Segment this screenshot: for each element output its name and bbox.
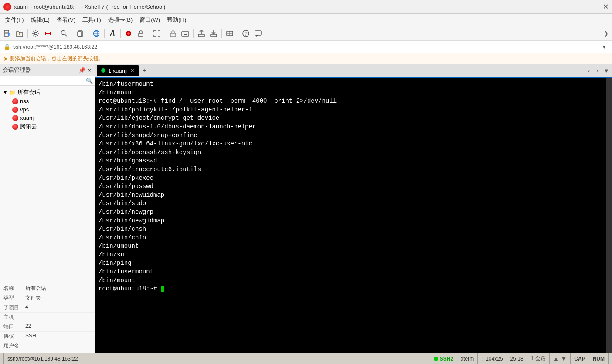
svg-rect-22 — [170, 33, 176, 37]
status-num-item: NUM — [589, 353, 609, 364]
status-size-icon: ↕ — [481, 356, 484, 362]
app-window: xuanji - root@ubuntu18: ~ - Xshell 7 (Fr… — [0, 0, 612, 364]
address-url: ssh://root:******@161.189.48.163:22 — [13, 44, 97, 50]
info-row-children: 子项目 4 — [0, 303, 95, 313]
status-term-label: xterm — [461, 356, 474, 362]
tab-xuanji[interactable]: 1 xuanji ✕ — [97, 65, 139, 76]
tab-label: 1 xuanji — [108, 67, 128, 74]
info-value-children: 4 — [25, 304, 28, 311]
tb-settings[interactable] — [30, 28, 41, 39]
tb-sep-6 — [120, 29, 121, 38]
tab-prev-button[interactable]: ‹ — [585, 67, 593, 74]
info-label-name: 名称 — [3, 285, 25, 292]
scroll-down-button[interactable]: ▼ — [561, 355, 567, 362]
info-row-name: 名称 所有会话 — [0, 284, 95, 293]
tb-sep-4 — [88, 29, 88, 38]
minimize-button[interactable]: − — [583, 4, 589, 10]
info-value-protocol: SSH — [25, 333, 36, 340]
session-item-vps[interactable]: vps — [0, 105, 95, 114]
tab-next-button[interactable]: › — [594, 67, 602, 74]
info-label-port: 端口 — [3, 323, 25, 330]
svg-rect-29 — [198, 34, 204, 37]
info-row-type: 类型 文件夹 — [0, 293, 95, 303]
status-dot — [434, 357, 438, 361]
info-row-protocol: 协议 SSH — [0, 332, 95, 341]
bookmark-text: 要添加当前会话，点击左侧的箭头按钮。 — [10, 55, 104, 62]
tb-font[interactable]: A — [107, 28, 118, 39]
tb-open[interactable] — [14, 28, 25, 39]
tb-new[interactable]: + — [2, 28, 13, 39]
status-addr: ssh://root@161.189.48.163:22 — [3, 353, 82, 364]
tb-record[interactable] — [123, 28, 134, 39]
session-item-tencent[interactable]: 腾讯云 — [0, 122, 95, 131]
menu-help[interactable]: 帮助(H) — [163, 14, 190, 26]
session-label-xuanji: xuanji — [20, 115, 35, 121]
tb-fullscreen[interactable] — [151, 28, 163, 39]
tb-chat[interactable] — [252, 28, 264, 39]
close-panel-icon[interactable]: ✕ — [87, 67, 92, 74]
info-value-name: 所有会话 — [25, 285, 46, 292]
pin-icon[interactable]: 📌 — [78, 67, 85, 74]
status-term-item: xterm — [457, 353, 478, 364]
tab-add-button[interactable]: + — [139, 66, 149, 75]
tb-upload[interactable] — [196, 28, 207, 39]
session-tree: ▼ 📁 所有会话 nss vps xuanji — [0, 86, 95, 282]
svg-text:?: ? — [245, 31, 248, 37]
session-label-vps: vps — [20, 106, 29, 113]
tb-download[interactable] — [208, 28, 219, 39]
tb-expander[interactable]: ❯ — [604, 30, 610, 37]
tab-list-button[interactable]: ▼ — [602, 67, 610, 74]
maximize-button[interactable]: □ — [593, 4, 599, 10]
tb-globe[interactable] — [91, 28, 102, 39]
menu-edit[interactable]: 编辑(E) — [27, 14, 53, 26]
addr-dropdown[interactable]: ▼ — [602, 44, 609, 50]
svg-rect-21 — [139, 33, 143, 37]
session-icon-xuanji — [12, 115, 18, 121]
menu-tab[interactable]: 选项卡(B) — [105, 14, 136, 26]
info-panel: 名称 所有会话 类型 文件夹 子项目 4 主机 端口 22 — [0, 282, 95, 353]
status-bar: ssh://root@161.189.48.163:22 SSH2 xterm … — [0, 353, 612, 364]
info-row-host: 主机 — [0, 313, 95, 322]
status-size-item: ↕ 104x25 — [478, 353, 507, 364]
tb-scroll[interactable] — [224, 28, 235, 39]
tree-root-label: 所有会话 — [17, 88, 40, 96]
tb-lock[interactable] — [167, 28, 179, 39]
terminal-column: 1 xuanji ✕ + ‹ › ▼ /bin/fusermount /bin/… — [95, 64, 612, 353]
menu-view[interactable]: 查看(V) — [53, 14, 79, 26]
tab-close-button[interactable]: ✕ — [130, 68, 134, 74]
tree-collapse-icon: ▼ — [3, 89, 8, 95]
terminal[interactable]: /bin/fusermount /bin/mount root@ubuntu18… — [95, 78, 606, 353]
toolbar: + A — [0, 26, 612, 41]
scroll-up-button[interactable]: ▲ — [553, 355, 559, 362]
tb-paste[interactable] — [75, 28, 86, 39]
status-pos-item: 25,18 — [507, 353, 527, 364]
svg-line-11 — [65, 34, 67, 36]
scrollbar[interactable] — [606, 78, 612, 353]
session-item-nss[interactable]: nss — [0, 97, 95, 105]
close-button[interactable]: ✕ — [602, 4, 609, 10]
info-row-port: 端口 22 — [0, 322, 95, 332]
menu-window[interactable]: 窗口(W) — [136, 14, 163, 26]
status-num-label: NUM — [593, 356, 605, 362]
tb-sep-11 — [238, 29, 238, 38]
info-value-type: 文件夹 — [25, 294, 41, 302]
session-search-input[interactable] — [2, 78, 86, 84]
tab-nav: ‹ › ▼ — [585, 67, 610, 74]
title-bar: xuanji - root@ubuntu18: ~ - Xshell 7 (Fr… — [0, 0, 612, 14]
session-icon-vps — [12, 107, 18, 113]
bookmark-arrow: ➤ — [3, 56, 8, 62]
tb-sep-9 — [193, 29, 194, 38]
tb-help[interactable]: ? — [240, 28, 252, 39]
tb-disconnect[interactable] — [42, 28, 54, 39]
terminal-cursor — [161, 286, 164, 292]
tb-search[interactable] — [58, 28, 70, 39]
menu-tools[interactable]: 工具(T) — [79, 14, 105, 26]
tree-root-all-sessions[interactable]: ▼ 📁 所有会话 — [0, 88, 95, 97]
tab-active-dot — [101, 68, 105, 73]
address-bar: 🔒 ssh://root:******@161.189.48.163:22 ▼ — [0, 41, 612, 53]
tb-keyboard[interactable] — [180, 28, 191, 39]
session-item-xuanji[interactable]: xuanji — [0, 114, 95, 122]
status-size-label: 104x25 — [486, 356, 503, 362]
tb-secure[interactable] — [135, 28, 146, 39]
menu-file[interactable]: 文件(F) — [2, 14, 27, 26]
